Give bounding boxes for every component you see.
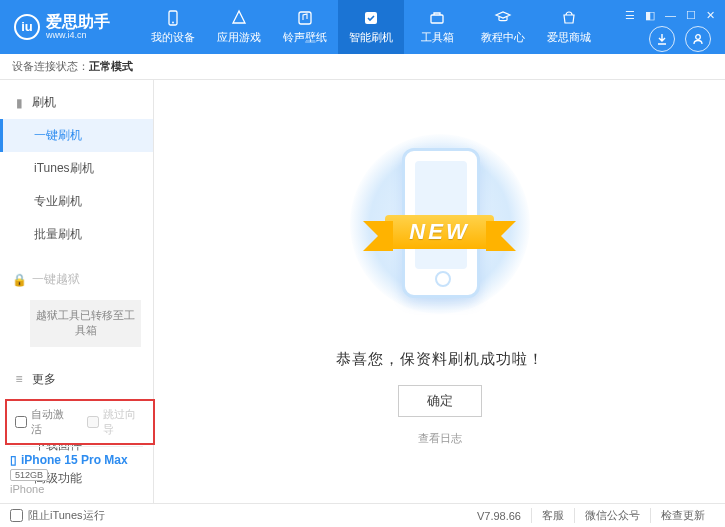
nav-apps[interactable]: 应用游戏 — [206, 0, 272, 54]
apps-icon — [230, 9, 248, 27]
main-content: NEW 恭喜您，保资料刷机成功啦！ 确定 查看日志 — [154, 80, 725, 503]
device-type: iPhone — [10, 483, 143, 495]
app-site: www.i4.cn — [46, 31, 110, 41]
toolbox-icon — [428, 9, 446, 27]
nav-label: 智能刷机 — [349, 30, 393, 45]
status-value: 正常模式 — [89, 59, 133, 74]
footer-link-wechat[interactable]: 微信公众号 — [574, 508, 650, 523]
section-title: 更多 — [32, 371, 56, 388]
sidebar: ▮ 刷机 一键刷机 iTunes刷机 专业刷机 批量刷机 🔒 一键越狱 越狱工具… — [0, 80, 154, 503]
maximize-icon[interactable]: ☐ — [686, 9, 696, 22]
nav-label: 我的设备 — [151, 30, 195, 45]
menu-icon[interactable]: ☰ — [625, 9, 635, 22]
section-title: 一键越狱 — [32, 271, 80, 288]
nav-label: 爱思商城 — [547, 30, 591, 45]
tutorial-icon — [494, 9, 512, 27]
checkbox-input[interactable] — [10, 509, 23, 522]
footer-link-support[interactable]: 客服 — [531, 508, 574, 523]
window-controls: ☰ ◧ — ☐ ✕ — [615, 9, 725, 22]
options-highlight-box: 自动激活 跳过向导 — [5, 399, 155, 445]
nav-toolbox[interactable]: 工具箱 — [404, 0, 470, 54]
sidebar-item-oneclick[interactable]: 一键刷机 — [0, 119, 153, 152]
footer: 阻止iTunes运行 V7.98.66 客服 微信公众号 检查更新 — [0, 503, 725, 527]
skin-icon[interactable]: ◧ — [645, 9, 655, 22]
sidebar-item-itunes[interactable]: iTunes刷机 — [0, 152, 153, 185]
checkbox-input[interactable] — [87, 416, 99, 428]
checkbox-skip-setup[interactable]: 跳过向导 — [87, 407, 145, 437]
app-logo: iu 爱思助手 www.i4.cn — [0, 13, 120, 40]
nav-label: 应用游戏 — [217, 30, 261, 45]
checkbox-input[interactable] — [15, 416, 27, 428]
ok-button[interactable]: 确定 — [398, 385, 482, 417]
top-nav: 我的设备 应用游戏 铃声壁纸 智能刷机 工具箱 教程中心 爱思商城 — [140, 0, 615, 54]
phone-icon: ▮ — [12, 96, 26, 110]
flash-icon — [362, 9, 380, 27]
section-title: 刷机 — [32, 94, 56, 111]
device-name-row[interactable]: ▯ iPhone 15 Pro Max — [10, 446, 143, 467]
nav-my-device[interactable]: 我的设备 — [140, 0, 206, 54]
block-itunes-checkbox[interactable]: 阻止iTunes运行 — [10, 508, 105, 523]
close-icon[interactable]: ✕ — [706, 9, 715, 22]
checkbox-auto-activate[interactable]: 自动激活 — [15, 407, 73, 437]
device-name: iPhone 15 Pro Max — [21, 453, 128, 467]
sidebar-section-flash[interactable]: ▮ 刷机 — [0, 86, 153, 119]
nav-store[interactable]: 爱思商城 — [536, 0, 602, 54]
logo-icon: iu — [14, 14, 40, 40]
sidebar-section-jailbreak[interactable]: 🔒 一键越狱 — [0, 263, 153, 296]
checkbox-label: 阻止iTunes运行 — [28, 508, 105, 523]
titlebar: iu 爱思助手 www.i4.cn 我的设备 应用游戏 铃声壁纸 智能刷机 工具… — [0, 0, 725, 54]
checkbox-label: 跳过向导 — [103, 407, 145, 437]
device-info: ▯ iPhone 15 Pro Max 512GB iPhone — [0, 440, 153, 503]
device-storage-badge: 512GB — [10, 469, 48, 481]
minimize-icon[interactable]: — — [665, 9, 676, 22]
status-prefix: 设备连接状态： — [12, 59, 89, 74]
nav-label: 工具箱 — [421, 30, 454, 45]
success-illustration: NEW — [340, 128, 540, 328]
sidebar-item-batch[interactable]: 批量刷机 — [0, 218, 153, 251]
nav-tutorial[interactable]: 教程中心 — [470, 0, 536, 54]
nav-flash[interactable]: 智能刷机 — [338, 0, 404, 54]
success-message: 恭喜您，保资料刷机成功啦！ — [336, 350, 544, 369]
download-button[interactable] — [649, 26, 675, 52]
sidebar-item-pro[interactable]: 专业刷机 — [0, 185, 153, 218]
checkbox-label: 自动激活 — [31, 407, 73, 437]
svg-point-5 — [696, 34, 701, 39]
user-button[interactable] — [685, 26, 711, 52]
nav-label: 教程中心 — [481, 30, 525, 45]
ringtone-icon — [296, 9, 314, 27]
nav-ringtone[interactable]: 铃声壁纸 — [272, 0, 338, 54]
lock-icon: 🔒 — [12, 273, 26, 287]
device-phone-icon: ▯ — [10, 453, 17, 467]
device-icon — [164, 9, 182, 27]
nav-label: 铃声壁纸 — [283, 30, 327, 45]
new-ribbon: NEW — [385, 215, 493, 249]
svg-rect-4 — [431, 15, 443, 23]
version-label: V7.98.66 — [467, 510, 531, 522]
svg-point-1 — [172, 22, 174, 24]
status-bar: 设备连接状态： 正常模式 — [0, 54, 725, 80]
sidebar-section-more[interactable]: ≡ 更多 — [0, 363, 153, 396]
svg-rect-2 — [299, 12, 311, 24]
more-icon: ≡ — [12, 372, 26, 386]
jailbreak-note: 越狱工具已转移至工具箱 — [30, 300, 141, 347]
footer-link-update[interactable]: 检查更新 — [650, 508, 715, 523]
view-log-link[interactable]: 查看日志 — [418, 431, 462, 446]
store-icon — [560, 9, 578, 27]
app-name: 爱思助手 — [46, 13, 110, 31]
